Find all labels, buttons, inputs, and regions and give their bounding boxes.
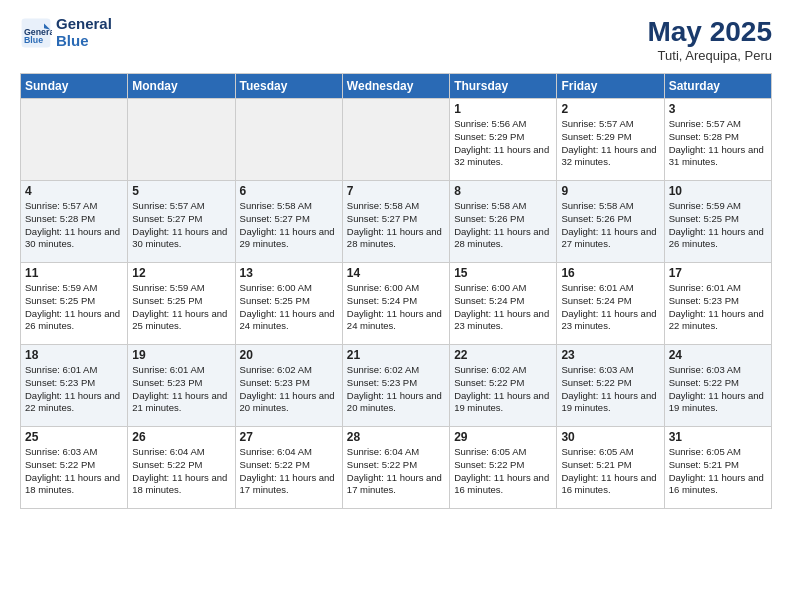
table-row: 30Sunrise: 6:05 AM Sunset: 5:21 PM Dayli…: [557, 427, 664, 509]
day-number: 24: [669, 348, 767, 362]
table-row: 17Sunrise: 6:01 AM Sunset: 5:23 PM Dayli…: [664, 263, 771, 345]
table-row: 20Sunrise: 6:02 AM Sunset: 5:23 PM Dayli…: [235, 345, 342, 427]
day-info: Sunrise: 6:04 AM Sunset: 5:22 PM Dayligh…: [347, 446, 445, 497]
day-info: Sunrise: 6:02 AM Sunset: 5:22 PM Dayligh…: [454, 364, 552, 415]
day-info: Sunrise: 6:05 AM Sunset: 5:22 PM Dayligh…: [454, 446, 552, 497]
table-row: 13Sunrise: 6:00 AM Sunset: 5:25 PM Dayli…: [235, 263, 342, 345]
day-number: 5: [132, 184, 230, 198]
day-number: 28: [347, 430, 445, 444]
month-year: May 2025: [647, 16, 772, 48]
day-number: 16: [561, 266, 659, 280]
day-info: Sunrise: 6:04 AM Sunset: 5:22 PM Dayligh…: [132, 446, 230, 497]
day-info: Sunrise: 6:03 AM Sunset: 5:22 PM Dayligh…: [25, 446, 123, 497]
day-number: 8: [454, 184, 552, 198]
day-number: 25: [25, 430, 123, 444]
day-number: 21: [347, 348, 445, 362]
table-row: 23Sunrise: 6:03 AM Sunset: 5:22 PM Dayli…: [557, 345, 664, 427]
table-row: 25Sunrise: 6:03 AM Sunset: 5:22 PM Dayli…: [21, 427, 128, 509]
day-info: Sunrise: 5:58 AM Sunset: 5:27 PM Dayligh…: [347, 200, 445, 251]
calendar-week-row: 11Sunrise: 5:59 AM Sunset: 5:25 PM Dayli…: [21, 263, 772, 345]
day-number: 13: [240, 266, 338, 280]
day-info: Sunrise: 6:02 AM Sunset: 5:23 PM Dayligh…: [240, 364, 338, 415]
logo-line2: Blue: [56, 33, 112, 50]
day-info: Sunrise: 5:59 AM Sunset: 5:25 PM Dayligh…: [669, 200, 767, 251]
table-row: 10Sunrise: 5:59 AM Sunset: 5:25 PM Dayli…: [664, 181, 771, 263]
table-row: 18Sunrise: 6:01 AM Sunset: 5:23 PM Dayli…: [21, 345, 128, 427]
table-row: 1Sunrise: 5:56 AM Sunset: 5:29 PM Daylig…: [450, 99, 557, 181]
day-number: 14: [347, 266, 445, 280]
day-info: Sunrise: 5:59 AM Sunset: 5:25 PM Dayligh…: [25, 282, 123, 333]
table-row: [21, 99, 128, 181]
day-info: Sunrise: 5:57 AM Sunset: 5:28 PM Dayligh…: [25, 200, 123, 251]
day-info: Sunrise: 5:58 AM Sunset: 5:26 PM Dayligh…: [561, 200, 659, 251]
day-number: 22: [454, 348, 552, 362]
col-thursday: Thursday: [450, 74, 557, 99]
table-row: 11Sunrise: 5:59 AM Sunset: 5:25 PM Dayli…: [21, 263, 128, 345]
logo-line1: General: [56, 16, 112, 33]
day-number: 23: [561, 348, 659, 362]
table-row: 4Sunrise: 5:57 AM Sunset: 5:28 PM Daylig…: [21, 181, 128, 263]
location: Tuti, Arequipa, Peru: [647, 48, 772, 63]
day-info: Sunrise: 6:00 AM Sunset: 5:25 PM Dayligh…: [240, 282, 338, 333]
day-number: 26: [132, 430, 230, 444]
day-info: Sunrise: 5:58 AM Sunset: 5:27 PM Dayligh…: [240, 200, 338, 251]
table-row: 16Sunrise: 6:01 AM Sunset: 5:24 PM Dayli…: [557, 263, 664, 345]
col-saturday: Saturday: [664, 74, 771, 99]
day-number: 1: [454, 102, 552, 116]
calendar-header-row: Sunday Monday Tuesday Wednesday Thursday…: [21, 74, 772, 99]
table-row: 26Sunrise: 6:04 AM Sunset: 5:22 PM Dayli…: [128, 427, 235, 509]
day-number: 4: [25, 184, 123, 198]
col-monday: Monday: [128, 74, 235, 99]
day-info: Sunrise: 6:01 AM Sunset: 5:24 PM Dayligh…: [561, 282, 659, 333]
table-row: 22Sunrise: 6:02 AM Sunset: 5:22 PM Dayli…: [450, 345, 557, 427]
table-row: 9Sunrise: 5:58 AM Sunset: 5:26 PM Daylig…: [557, 181, 664, 263]
day-info: Sunrise: 6:02 AM Sunset: 5:23 PM Dayligh…: [347, 364, 445, 415]
col-sunday: Sunday: [21, 74, 128, 99]
table-row: 19Sunrise: 6:01 AM Sunset: 5:23 PM Dayli…: [128, 345, 235, 427]
table-row: 8Sunrise: 5:58 AM Sunset: 5:26 PM Daylig…: [450, 181, 557, 263]
day-number: 27: [240, 430, 338, 444]
table-row: [342, 99, 449, 181]
col-tuesday: Tuesday: [235, 74, 342, 99]
calendar-week-row: 25Sunrise: 6:03 AM Sunset: 5:22 PM Dayli…: [21, 427, 772, 509]
day-number: 29: [454, 430, 552, 444]
logo-icon: General Blue: [20, 17, 52, 49]
day-number: 15: [454, 266, 552, 280]
day-info: Sunrise: 5:57 AM Sunset: 5:28 PM Dayligh…: [669, 118, 767, 169]
table-row: 15Sunrise: 6:00 AM Sunset: 5:24 PM Dayli…: [450, 263, 557, 345]
calendar-week-row: 4Sunrise: 5:57 AM Sunset: 5:28 PM Daylig…: [21, 181, 772, 263]
day-info: Sunrise: 6:03 AM Sunset: 5:22 PM Dayligh…: [669, 364, 767, 415]
day-number: 9: [561, 184, 659, 198]
day-number: 17: [669, 266, 767, 280]
day-number: 31: [669, 430, 767, 444]
day-info: Sunrise: 6:05 AM Sunset: 5:21 PM Dayligh…: [669, 446, 767, 497]
table-row: 12Sunrise: 5:59 AM Sunset: 5:25 PM Dayli…: [128, 263, 235, 345]
day-info: Sunrise: 6:01 AM Sunset: 5:23 PM Dayligh…: [25, 364, 123, 415]
day-info: Sunrise: 6:00 AM Sunset: 5:24 PM Dayligh…: [454, 282, 552, 333]
table-row: 2Sunrise: 5:57 AM Sunset: 5:29 PM Daylig…: [557, 99, 664, 181]
day-info: Sunrise: 5:59 AM Sunset: 5:25 PM Dayligh…: [132, 282, 230, 333]
day-info: Sunrise: 5:57 AM Sunset: 5:27 PM Dayligh…: [132, 200, 230, 251]
day-info: Sunrise: 6:01 AM Sunset: 5:23 PM Dayligh…: [132, 364, 230, 415]
table-row: 27Sunrise: 6:04 AM Sunset: 5:22 PM Dayli…: [235, 427, 342, 509]
calendar-week-row: 18Sunrise: 6:01 AM Sunset: 5:23 PM Dayli…: [21, 345, 772, 427]
day-info: Sunrise: 5:58 AM Sunset: 5:26 PM Dayligh…: [454, 200, 552, 251]
day-number: 12: [132, 266, 230, 280]
table-row: [128, 99, 235, 181]
col-wednesday: Wednesday: [342, 74, 449, 99]
svg-text:Blue: Blue: [24, 35, 43, 45]
day-number: 30: [561, 430, 659, 444]
day-number: 7: [347, 184, 445, 198]
calendar-week-row: 1Sunrise: 5:56 AM Sunset: 5:29 PM Daylig…: [21, 99, 772, 181]
page-header: General Blue General Blue May 2025 Tuti,…: [20, 16, 772, 63]
table-row: 3Sunrise: 5:57 AM Sunset: 5:28 PM Daylig…: [664, 99, 771, 181]
day-info: Sunrise: 6:04 AM Sunset: 5:22 PM Dayligh…: [240, 446, 338, 497]
day-number: 10: [669, 184, 767, 198]
day-info: Sunrise: 6:00 AM Sunset: 5:24 PM Dayligh…: [347, 282, 445, 333]
day-number: 2: [561, 102, 659, 116]
table-row: [235, 99, 342, 181]
table-row: 24Sunrise: 6:03 AM Sunset: 5:22 PM Dayli…: [664, 345, 771, 427]
table-row: 6Sunrise: 5:58 AM Sunset: 5:27 PM Daylig…: [235, 181, 342, 263]
day-number: 19: [132, 348, 230, 362]
table-row: 28Sunrise: 6:04 AM Sunset: 5:22 PM Dayli…: [342, 427, 449, 509]
